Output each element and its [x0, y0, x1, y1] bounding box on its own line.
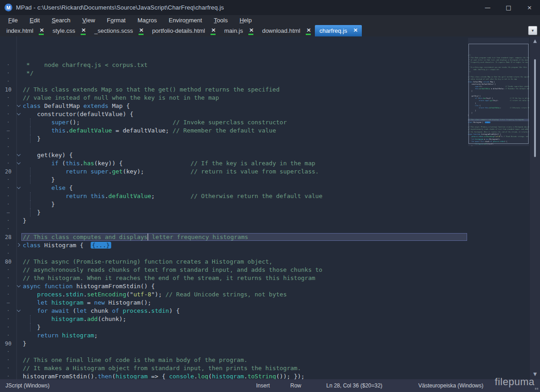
token: super — [51, 119, 69, 126]
fold-open-icon[interactable] — [17, 112, 21, 115]
code-line[interactable]: ·// value instead of null when the key i… — [0, 94, 540, 102]
code-text: process.stdin.setEncoding("utf-8"); // R… — [23, 291, 287, 298]
line-marker: · — [0, 176, 16, 184]
code-line[interactable]: 10// This class extends Map so that the … — [0, 86, 540, 94]
menu-item-format[interactable]: Format — [101, 17, 132, 24]
tab-charfreq.js[interactable]: charfreq.js× — [315, 25, 362, 36]
close-icon[interactable]: × — [519, 0, 540, 15]
code-line[interactable]: – this.defaultValue = defaultValue; // R… — [0, 127, 540, 135]
code-line[interactable]: ·} — [0, 217, 540, 225]
code-line[interactable]: 28// This class computes and displays le… — [0, 233, 540, 241]
code-line[interactable]: 90} — [0, 340, 540, 348]
code-line[interactable]: · * node charfreq.js < corpus.txt — [0, 61, 540, 69]
close-x-glyph: × — [139, 26, 144, 33]
token: . — [108, 168, 112, 175]
code-line[interactable]: · — [0, 77, 540, 86]
token: // return its value from superclass. — [190, 168, 319, 175]
minimize-icon[interactable]: — — [477, 0, 498, 15]
code-line[interactable]: ·class DefaultMap extends Map { — [0, 102, 540, 110]
code-line[interactable]: ·async function histogramFromStdin() { — [0, 282, 540, 290]
code-line[interactable]: – } — [0, 209, 540, 217]
scroll-up-icon[interactable]: ▲ — [530, 38, 540, 43]
code-line[interactable]: ·// the histogram. When it reaches the e… — [0, 274, 540, 282]
tab-main.js[interactable]: main.js× — [220, 25, 257, 36]
code-line[interactable]: · — [0, 143, 540, 151]
tab-close-icon[interactable]: × — [248, 27, 255, 35]
tab-style.css[interactable]: style.css× — [48, 25, 90, 36]
code-line[interactable]: · get(key) { — [0, 151, 540, 159]
code-text: } — [23, 135, 41, 142]
code-line[interactable]: · if (this.has(key)) { // If the key is … — [0, 159, 540, 168]
code-line[interactable]: · constructor(defaultValue) { — [0, 110, 540, 118]
menu-item-tools[interactable]: Tools — [208, 17, 233, 24]
code-line[interactable]: · } — [0, 323, 540, 331]
maximize-icon[interactable]: □ — [498, 0, 519, 15]
code-line[interactable]: · histogram.add(chunk); — [0, 315, 540, 323]
tab-close-icon[interactable]: × — [39, 27, 45, 35]
menu-item-macros[interactable]: Macros — [132, 17, 163, 24]
token: Histogram(); — [105, 299, 151, 306]
token — [41, 283, 44, 290]
tab-index.html[interactable]: index.html× — [2, 25, 48, 36]
code-line[interactable]: · process.stdin.setEncoding("utf-8"); //… — [0, 290, 540, 299]
code-line[interactable]: · — [0, 348, 540, 356]
code-line[interactable]: · for await (let chunk of process.stdin)… — [0, 307, 540, 315]
tab-close-icon[interactable]: × — [211, 27, 217, 35]
tab-close-icon[interactable]: × — [81, 27, 87, 35]
code-line[interactable]: ·histogramFromStdin().then(histogram => … — [0, 372, 540, 379]
code-line[interactable]: · — [0, 249, 540, 258]
code-line[interactable]: · return histogram; — [0, 331, 540, 340]
token: (chunk); — [98, 316, 126, 322]
code-line[interactable]: 80// This async (Promise-returning) func… — [0, 258, 540, 266]
token: console — [169, 373, 194, 379]
code-line[interactable]: · } — [0, 200, 540, 209]
fold-closed-icon[interactable] — [16, 243, 20, 247]
tab-close-icon[interactable]: × — [139, 27, 145, 35]
menu-item-search[interactable]: Search — [46, 17, 76, 24]
menu-item-help[interactable]: Help — [234, 17, 258, 24]
scrollbar-thumb[interactable] — [534, 59, 536, 157]
menu-item-view[interactable]: View — [77, 17, 101, 24]
tab-_sections.scss[interactable]: _sections.scss× — [90, 25, 148, 36]
menu-item-edit[interactable]: Edit — [24, 17, 46, 24]
code-line[interactable]: 20 return super.get(key); // return its … — [0, 168, 540, 176]
code-line[interactable]: ·// This one final line of code is the m… — [0, 356, 540, 364]
tab-download.html[interactable]: download.html× — [257, 25, 315, 36]
close-x-glyph: × — [39, 26, 44, 33]
code-line[interactable]: ·class Histogram { {...} — [0, 241, 540, 249]
close-x-glyph: × — [353, 26, 358, 33]
code-line[interactable]: ·// asynchronously reads chunks of text … — [0, 266, 540, 274]
tab-close-icon[interactable]: × — [353, 27, 359, 35]
fold-open-icon[interactable] — [17, 185, 21, 189]
fold-open-icon[interactable] — [17, 284, 21, 287]
fold-open-icon[interactable] — [17, 103, 21, 107]
fold-open-icon[interactable] — [17, 308, 21, 312]
token: . — [105, 193, 108, 199]
code-text: return super.get(key); // return its val… — [23, 168, 319, 175]
minimap-viewport[interactable] — [468, 44, 529, 144]
token — [87, 168, 91, 175]
tab-list-dropdown-button[interactable]: ▼ — [528, 26, 537, 35]
fold-open-icon[interactable] — [17, 161, 21, 164]
code-line[interactable]: · } — [0, 176, 540, 184]
token — [23, 316, 51, 322]
code-line[interactable]: – let histogram = new Histogram(); — [0, 299, 540, 307]
code-editor[interactable]: · * node charfreq.js < corpus.txt· */·10… — [0, 36, 540, 379]
vertical-scrollbar[interactable]: ▲ ▼ — [530, 36, 540, 379]
minimap[interactable]: /** * This Node program reads text from … — [468, 38, 529, 146]
code-line[interactable]: · */ — [0, 69, 540, 77]
fold-open-icon[interactable] — [17, 153, 21, 156]
tab-portfolio-details.html[interactable]: portfolio-details.html× — [148, 25, 220, 36]
code-line[interactable]: · super(); // Invoke superclass construc… — [0, 118, 540, 127]
code-line[interactable]: ·// It makes a Histogram object from sta… — [0, 364, 540, 372]
menu-item-environment[interactable]: Environment — [163, 17, 208, 24]
tab-close-icon[interactable]: × — [306, 27, 312, 35]
line-marker: · — [0, 110, 16, 118]
code-line[interactable]: · } — [0, 135, 540, 143]
code-line[interactable]: · else { — [0, 184, 540, 192]
folded-region-chip[interactable]: {...} — [91, 242, 111, 249]
code-line[interactable]: · — [0, 225, 540, 233]
line-number: 90 — [0, 340, 16, 348]
code-line[interactable]: · return this.defaultValue; // Otherwise… — [0, 192, 540, 200]
menu-item-file[interactable]: File — [2, 17, 24, 24]
